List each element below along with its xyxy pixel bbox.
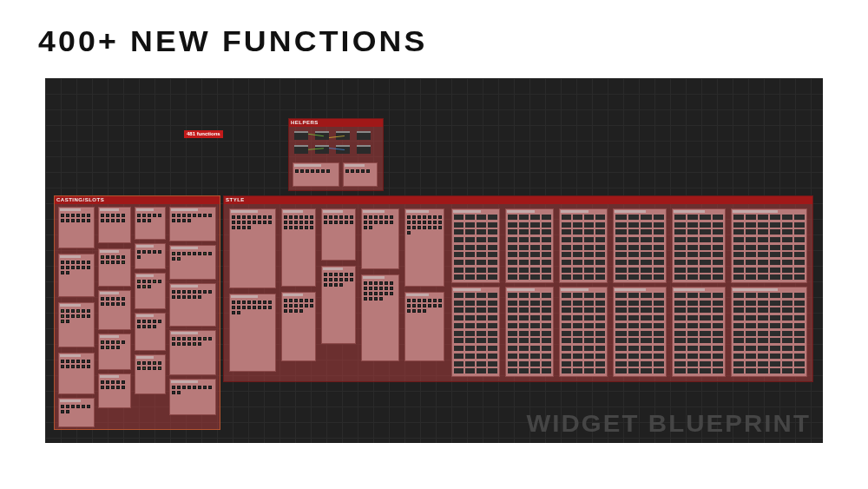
functions-count-label: 481 functions [184, 130, 223, 138]
style-panel[interactable] [404, 292, 444, 361]
blueprint-editor[interactable]: 481 functions HELPERS [45, 78, 823, 443]
style-grid-panel[interactable] [451, 287, 500, 377]
casting-panel[interactable] [98, 373, 131, 408]
helper-panel-a[interactable] [293, 162, 339, 187]
casting-panel[interactable] [135, 313, 166, 351]
casting-panel[interactable] [58, 207, 95, 248]
style-header: STYLE [224, 196, 812, 204]
casting-panel[interactable] [58, 302, 95, 347]
casting-panel[interactable] [169, 207, 216, 241]
style-grid-panel[interactable] [731, 208, 807, 283]
style-grid-panel[interactable] [672, 208, 726, 283]
casting-panel[interactable] [98, 207, 131, 243]
style-grid-panel[interactable] [559, 287, 608, 377]
helper-panel-b[interactable] [343, 162, 378, 187]
casting-slots-group[interactable]: CASTING/SLOTS [54, 195, 220, 430]
casting-panel[interactable] [135, 354, 166, 394]
casting-panel[interactable] [58, 398, 95, 427]
style-panel[interactable] [361, 208, 399, 269]
style-panel[interactable] [229, 208, 276, 288]
style-panel[interactable] [229, 294, 276, 372]
casting-panel[interactable] [135, 207, 166, 240]
style-panel[interactable] [361, 274, 399, 361]
casting-panel[interactable] [135, 243, 166, 269]
style-group[interactable]: STYLE [223, 195, 813, 382]
style-panel[interactable] [281, 292, 316, 361]
style-grid-panel[interactable] [613, 208, 667, 283]
style-grid-panel[interactable] [613, 287, 667, 377]
slide-title: 400+ NEW FUNCTIONS [38, 24, 427, 58]
style-grid-panel[interactable] [731, 287, 807, 377]
helpers-header: HELPERS [289, 119, 383, 127]
style-grid-panel[interactable] [559, 208, 608, 283]
casting-slots-header: CASTING/SLOTS [55, 196, 220, 204]
casting-panel[interactable] [98, 334, 131, 370]
casting-panel[interactable] [169, 379, 216, 415]
style-panel[interactable] [404, 208, 444, 287]
style-grid-panel[interactable] [505, 287, 554, 377]
casting-panel[interactable] [58, 353, 95, 394]
casting-panel[interactable] [169, 330, 216, 375]
watermark: WIDGET BLUEPRINT [526, 410, 811, 438]
style-panel[interactable] [321, 266, 356, 344]
casting-panel[interactable] [135, 273, 166, 309]
casting-panel[interactable] [169, 283, 216, 327]
casting-panel[interactable] [98, 290, 131, 330]
style-grid-panel[interactable] [672, 287, 726, 377]
style-panel[interactable] [321, 208, 356, 261]
style-grid-panel[interactable] [505, 208, 554, 283]
style-grid-panel[interactable] [451, 208, 500, 283]
casting-panel[interactable] [58, 254, 95, 297]
style-panel[interactable] [281, 208, 316, 287]
casting-panel[interactable] [98, 248, 131, 287]
helpers-group[interactable]: HELPERS [288, 118, 384, 191]
casting-panel[interactable] [169, 245, 216, 280]
